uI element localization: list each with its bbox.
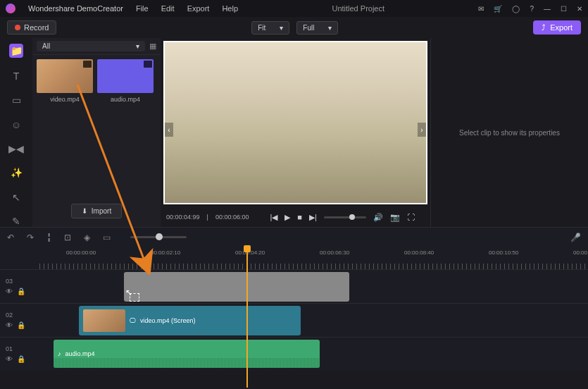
ruler-mark: 00:00:00:00 [66, 249, 96, 256]
menu-edit[interactable]: Edit [161, 4, 175, 13]
mail-icon[interactable]: ✉ [478, 5, 484, 13]
sidebar-effects-icon[interactable]: ✨ [9, 167, 23, 178]
volume-slider[interactable] [324, 216, 366, 218]
playhead[interactable] [246, 247, 248, 388]
minimize-icon[interactable]: — [544, 5, 551, 13]
drop-indicator-icon [130, 293, 139, 302]
track-number: 03 [6, 278, 34, 285]
sidebar-annotate-icon[interactable]: ▭ [9, 94, 23, 106]
crop-icon[interactable]: ⊡ [64, 233, 71, 242]
split-icon[interactable]: ╏ [46, 233, 51, 242]
import-button[interactable]: ⬇ Import [71, 204, 122, 218]
time-separator: | [207, 214, 208, 221]
audio-thumbnail [97, 59, 154, 93]
play-icon[interactable]: ▶ [284, 213, 290, 222]
clip-thumbnail [83, 309, 125, 332]
track-number: 01 [6, 345, 34, 352]
track-content[interactable]: 🖵 video.mp4 (Screen) [39, 304, 588, 337]
video-badge-icon [83, 61, 92, 68]
redo-icon[interactable]: ↷ [27, 233, 34, 242]
track-visibility-icon[interactable]: 👁 [6, 355, 13, 363]
volume-icon[interactable]: 🔊 [373, 213, 383, 222]
main-area: 📁 T ▭ ☺ ▶◀ ✨ ↖ ✎ All ▾ ▦ video.mp4 [0, 38, 588, 227]
media-item-video[interactable]: video.mp4 [37, 59, 93, 194]
preview-panel: ‹ › 00:00:04:99 | 00:00:06:00 |◀ ▶ ■ ▶| … [161, 38, 430, 227]
sidebar-transition-icon[interactable]: ▶◀ [9, 143, 23, 154]
sidebar-sticker-icon[interactable]: ☺ [9, 119, 23, 130]
prev-frame-icon[interactable]: |◀ [270, 213, 277, 222]
clip-placeholder[interactable] [124, 272, 349, 302]
ruler-mark: 00:00:06:30 [320, 249, 349, 256]
sidebar-media-icon[interactable]: 📁 [9, 44, 23, 58]
track-visibility-icon[interactable]: 👁 [6, 321, 13, 329]
toolbar: Record Fit ▾ Full ▾ ⤴ Export [0, 17, 588, 38]
track-3: 03 👁 🔒 [0, 269, 588, 303]
next-frame-icon[interactable]: ▶| [309, 213, 317, 222]
grid-view-icon[interactable]: ▦ [149, 42, 156, 51]
help-icon[interactable]: ? [530, 5, 534, 13]
sidebar: 📁 T ▭ ☺ ▶◀ ✨ ↖ ✎ [0, 38, 32, 227]
snapshot-icon[interactable]: 📷 [390, 213, 400, 222]
video-thumbnail [37, 59, 93, 93]
fullscreen-icon[interactable]: ⛶ [407, 213, 415, 221]
media-label: video.mp4 [50, 96, 80, 103]
undo-icon[interactable]: ↶ [7, 233, 14, 242]
track-header: 03 👁 🔒 [0, 270, 39, 303]
audio-waveform [54, 358, 320, 368]
timeline-zoom-slider[interactable] [130, 236, 187, 238]
app-logo-icon [6, 4, 15, 13]
chevron-down-icon: ▾ [328, 24, 332, 32]
cart-icon[interactable]: 🛒 [494, 5, 502, 13]
import-label: Import [92, 207, 111, 215]
current-time: 00:00:04:99 [166, 214, 200, 221]
preview-viewport[interactable]: ‹ › [163, 41, 427, 204]
app-name: Wondershare DemoCreator [28, 4, 123, 13]
user-icon[interactable]: ◯ [512, 5, 520, 13]
record-label: Record [24, 23, 49, 32]
record-dot-icon [15, 25, 20, 30]
full-dropdown[interactable]: Full ▾ [296, 21, 338, 35]
track-2: 02 👁 🔒 🖵 video.mp4 (Screen) [0, 303, 588, 337]
timeline-tracks: 03 👁 🔒 02 👁 🔒 🖵 video.mp4 (Screen) [0, 269, 588, 371]
track-lock-icon[interactable]: 🔒 [17, 321, 25, 329]
track-1: 01 👁 🔒 ♪ audio.mp4 [0, 337, 588, 371]
clip-label: video.mp4 (Screen) [140, 317, 196, 324]
preview-prev-icon[interactable]: ‹ [165, 123, 173, 137]
stop-icon[interactable]: ■ [297, 213, 302, 221]
clip-video[interactable]: 🖵 video.mp4 (Screen) [79, 306, 301, 335]
track-lock-icon[interactable]: 🔒 [17, 355, 25, 363]
group-icon[interactable]: ▭ [103, 233, 111, 242]
menu-file[interactable]: File [136, 4, 149, 13]
import-icon: ⬇ [82, 207, 87, 215]
track-lock-icon[interactable]: 🔒 [17, 288, 25, 295]
sidebar-cursor-icon[interactable]: ↖ [9, 191, 23, 202]
sidebar-brush-icon[interactable]: ✎ [9, 216, 23, 227]
ruler-ticks [39, 264, 588, 269]
menubar: Wondershare DemoCreator File Edit Export… [0, 0, 588, 17]
media-item-audio[interactable]: audio.mp4 [97, 59, 154, 194]
track-visibility-icon[interactable]: 👁 [6, 288, 13, 295]
preview-controls: 00:00:04:99 | 00:00:06:00 |◀ ▶ ■ ▶| 🔊 📷 … [161, 207, 430, 227]
preview-next-icon[interactable]: › [418, 123, 426, 137]
menu-help[interactable]: Help [222, 4, 238, 13]
timeline-ruler[interactable]: 00:00:00:0000:00:02:1000:00:04:2000:00:0… [0, 247, 588, 269]
sidebar-text-icon[interactable]: T [9, 70, 23, 82]
record-button[interactable]: Record [7, 20, 56, 35]
close-icon[interactable]: ✕ [577, 5, 582, 13]
media-filter-dropdown[interactable]: All ▾ [37, 41, 145, 51]
marker-icon[interactable]: ◈ [84, 233, 90, 242]
ruler-mark: 00:00:10:50 [489, 249, 518, 256]
clip-audio[interactable]: ♪ audio.mp4 [54, 340, 320, 368]
menu-export[interactable]: Export [187, 4, 210, 13]
mic-icon[interactable]: 🎤 [570, 233, 581, 242]
track-content[interactable]: ♪ audio.mp4 [39, 338, 588, 371]
track-header: 01 👁 🔒 [0, 338, 39, 371]
video-badge-icon [144, 61, 152, 68]
clip-label: audio.mp4 [65, 350, 95, 357]
timeline-toolbar: ↶ ↷ ╏ ⊡ ◈ ▭ 🎤 [0, 227, 588, 247]
track-content[interactable] [39, 270, 588, 303]
export-button[interactable]: ⤴ Export [533, 20, 581, 35]
music-icon: ♪ [58, 350, 61, 357]
maximize-icon[interactable]: ☐ [561, 5, 567, 13]
fit-dropdown[interactable]: Fit ▾ [251, 21, 289, 35]
